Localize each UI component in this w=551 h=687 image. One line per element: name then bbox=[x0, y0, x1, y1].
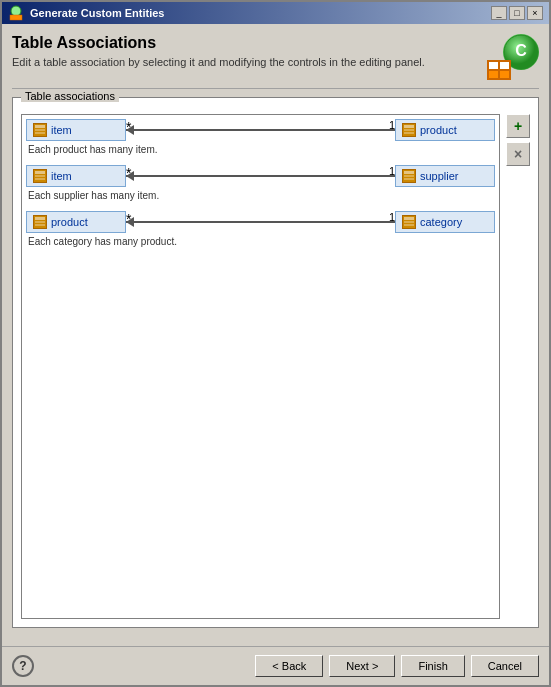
svg-rect-9 bbox=[404, 125, 414, 128]
content-area: Table Associations Edit a table associat… bbox=[2, 24, 549, 646]
title-bar: Generate Custom Entities _ □ × bbox=[2, 2, 549, 24]
entity-icon-r0 bbox=[402, 123, 416, 137]
left-entity-2: product bbox=[26, 211, 126, 233]
nav-buttons: < Back Next > Finish Cancel bbox=[255, 655, 539, 677]
arrow-line-1 bbox=[126, 175, 395, 177]
finish-button[interactable]: Finish bbox=[401, 655, 464, 677]
svg-rect-26 bbox=[404, 221, 414, 223]
left-entity-name-1: item bbox=[51, 170, 72, 182]
title-bar-left: Generate Custom Entities bbox=[8, 5, 164, 21]
window-title: Generate Custom Entities bbox=[30, 7, 164, 19]
svg-rect-22 bbox=[35, 221, 45, 223]
group-label: Table associations bbox=[21, 90, 119, 102]
arrow-section-0: * 1 bbox=[126, 129, 395, 131]
svg-rect-18 bbox=[404, 175, 414, 177]
association-description-0: Each product has many item. bbox=[28, 144, 495, 155]
svg-point-0 bbox=[11, 6, 21, 16]
svg-rect-13 bbox=[35, 171, 45, 174]
entity-icon-2 bbox=[33, 215, 47, 229]
association-row-1: item * 1 bbox=[26, 165, 495, 187]
right-entity-1: supplier bbox=[395, 165, 495, 187]
bottom-bar: ? < Back Next > Finish Cancel bbox=[2, 646, 549, 685]
svg-rect-6 bbox=[35, 129, 45, 131]
left-entity-0: item bbox=[26, 119, 126, 141]
right-entity-name-1: supplier bbox=[420, 170, 459, 182]
logo-cell-br bbox=[499, 70, 510, 79]
association-entry-0[interactable]: item * 1 bbox=[26, 119, 495, 155]
group-content: item * 1 bbox=[13, 98, 538, 627]
left-entity-1: item bbox=[26, 165, 126, 187]
right-entity-name-0: product bbox=[420, 124, 457, 136]
minimize-button[interactable]: _ bbox=[491, 6, 507, 20]
association-row-0: item * 1 bbox=[26, 119, 495, 141]
left-entity-name-2: product bbox=[51, 216, 88, 228]
table-associations-group: Table associations bbox=[12, 97, 539, 628]
remove-association-button[interactable]: × bbox=[506, 142, 530, 166]
close-button[interactable]: × bbox=[527, 6, 543, 20]
arrow-section-2: * 1 bbox=[126, 221, 395, 223]
svg-text:C: C bbox=[515, 42, 527, 59]
entity-icon-r2 bbox=[402, 215, 416, 229]
right-entity-2: category bbox=[395, 211, 495, 233]
window-icon bbox=[8, 5, 24, 21]
header-section: Table Associations Edit a table associat… bbox=[12, 34, 539, 89]
arrow-section-1: * 1 bbox=[126, 175, 395, 177]
svg-rect-7 bbox=[35, 132, 45, 134]
svg-rect-21 bbox=[35, 217, 45, 220]
svg-rect-10 bbox=[404, 129, 414, 131]
header-text: Table Associations Edit a table associat… bbox=[12, 34, 487, 68]
association-entry-2[interactable]: product * 1 bbox=[26, 211, 495, 247]
right-entity-name-2: category bbox=[420, 216, 462, 228]
logo-cell-bl bbox=[488, 70, 499, 79]
svg-rect-25 bbox=[404, 217, 414, 220]
left-entity-name-0: item bbox=[51, 124, 72, 136]
svg-rect-5 bbox=[35, 125, 45, 128]
svg-rect-11 bbox=[404, 132, 414, 134]
next-button[interactable]: Next > bbox=[329, 655, 395, 677]
svg-rect-15 bbox=[35, 178, 45, 180]
cancel-button[interactable]: Cancel bbox=[471, 655, 539, 677]
title-buttons: _ □ × bbox=[491, 6, 543, 20]
right-entity-0: product bbox=[395, 119, 495, 141]
associations-list[interactable]: item * 1 bbox=[21, 114, 500, 619]
maximize-button[interactable]: □ bbox=[509, 6, 525, 20]
back-button[interactable]: < Back bbox=[255, 655, 323, 677]
arrow-line-0 bbox=[126, 129, 395, 131]
help-button[interactable]: ? bbox=[12, 655, 34, 677]
svg-rect-27 bbox=[404, 224, 414, 226]
entity-icon-0 bbox=[33, 123, 47, 137]
association-description-2: Each category has many product. bbox=[28, 236, 495, 247]
association-entry-1[interactable]: item * 1 bbox=[26, 165, 495, 201]
logo-table-icon bbox=[487, 60, 511, 80]
svg-rect-23 bbox=[35, 224, 45, 226]
header-description: Edit a table association by selecting it… bbox=[12, 56, 487, 68]
arrow-line-2 bbox=[126, 221, 395, 223]
logo-cell-tr bbox=[499, 61, 510, 70]
header-title: Table Associations bbox=[12, 34, 487, 52]
svg-rect-17 bbox=[404, 171, 414, 174]
svg-rect-19 bbox=[404, 178, 414, 180]
logo-cell-tl bbox=[488, 61, 499, 70]
association-description-1: Each supplier has many item. bbox=[28, 190, 495, 201]
header-logo: C bbox=[487, 34, 539, 80]
side-buttons: + × bbox=[506, 114, 530, 619]
entity-icon-1 bbox=[33, 169, 47, 183]
svg-rect-1 bbox=[10, 15, 22, 20]
svg-rect-14 bbox=[35, 175, 45, 177]
association-row-2: product * 1 bbox=[26, 211, 495, 233]
add-association-button[interactable]: + bbox=[506, 114, 530, 138]
main-window: Generate Custom Entities _ □ × Table Ass… bbox=[0, 0, 551, 687]
entity-icon-r1 bbox=[402, 169, 416, 183]
